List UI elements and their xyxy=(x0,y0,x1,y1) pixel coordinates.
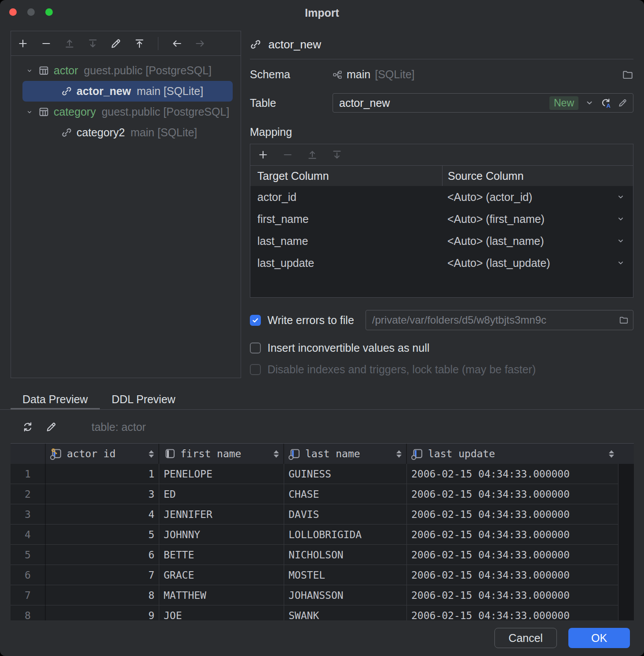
remove-icon[interactable] xyxy=(282,149,293,160)
cell-actor-id[interactable]: 7 xyxy=(46,565,159,585)
cell-actor-id[interactable]: 9 xyxy=(46,605,159,620)
error-file-path-input[interactable]: /private/var/folders/d5/w8ytbjts3mn9c xyxy=(366,310,633,330)
cell-actor-id[interactable]: 1 xyxy=(46,464,159,484)
cell-first-name[interactable]: JOE xyxy=(159,605,284,620)
mapping-row[interactable]: actor_id <Auto> (actor_id) xyxy=(250,186,633,208)
edit-icon[interactable] xyxy=(618,98,628,108)
tree-item-actor[interactable]: actor guest.public [PostgreSQL] xyxy=(11,60,241,81)
tab-data-preview[interactable]: Data Preview xyxy=(11,390,100,410)
cell-actor-id[interactable]: 3 xyxy=(46,484,159,504)
table-row[interactable]: 5 6 BETTE NICHOLSON 2006-02-15 04:34:33.… xyxy=(11,545,634,565)
column-header-actor-id[interactable]: actor_id xyxy=(46,444,159,464)
move-up-icon[interactable] xyxy=(64,38,75,49)
schema-value[interactable]: main [SQLite] xyxy=(333,68,415,81)
cell-last-name[interactable]: DAVIS xyxy=(284,504,407,525)
cell-last-name[interactable]: JOHANSSON xyxy=(284,585,407,605)
sort-icon[interactable] xyxy=(274,450,279,458)
cancel-button[interactable]: Cancel xyxy=(494,628,557,648)
mapping-row[interactable]: last_name <Auto> (last_name) xyxy=(250,230,633,252)
sort-icon[interactable] xyxy=(396,450,402,458)
tab-ddl-preview[interactable]: DDL Preview xyxy=(100,390,187,410)
cell-last-update[interactable]: 2006-02-15 04:34:33.000000 xyxy=(407,525,618,545)
table-row[interactable]: 6 7 GRACE MOSTEL 2006-02-15 04:34:33.000… xyxy=(11,565,634,585)
row-number: 2 xyxy=(11,484,46,504)
cell-last-update[interactable]: 2006-02-15 04:34:33.000000 xyxy=(407,585,618,605)
cell-last-update[interactable]: 2006-02-15 04:34:33.000000 xyxy=(407,605,618,620)
write-errors-checkbox[interactable] xyxy=(250,315,261,326)
mapping-table: Target Column Source Column actor_id <Au… xyxy=(250,144,633,298)
table-row[interactable]: 4 5 JOHNNY LOLLOBRIGIDA 2006-02-15 04:34… xyxy=(11,525,634,545)
table-name-input[interactable]: actor_new New xyxy=(333,93,633,113)
tree-item-actor-new[interactable]: actor_new main [SQLite] xyxy=(22,81,233,102)
table-row[interactable]: 3 4 JENNIFER DAVIS 2006-02-15 04:34:33.0… xyxy=(11,504,634,525)
dialog-footer: Cancel OK xyxy=(0,620,644,656)
sort-icon[interactable] xyxy=(149,450,154,458)
forward-icon[interactable] xyxy=(194,38,206,49)
table-row[interactable]: 7 8 MATTHEW JOHANSSON 2006-02-15 04:34:3… xyxy=(11,585,634,605)
chevron-down-icon[interactable] xyxy=(616,259,625,267)
move-down-icon[interactable] xyxy=(331,149,343,160)
remove-icon[interactable] xyxy=(40,38,52,49)
cell-last-update[interactable]: 2006-02-15 04:34:33.000000 xyxy=(407,484,618,504)
ok-button[interactable]: OK xyxy=(568,628,630,648)
folder-icon[interactable] xyxy=(619,315,629,325)
export-icon[interactable] xyxy=(134,38,145,49)
cell-actor-id[interactable]: 4 xyxy=(46,504,159,525)
tree-item-category2[interactable]: category2 main [SQLite] xyxy=(11,122,241,143)
table-row[interactable]: 1 1 PENELOPE GUINESS 2006-02-15 04:34:33… xyxy=(11,464,634,484)
cell-actor-id[interactable]: 5 xyxy=(46,525,159,545)
chevron-down-icon[interactable] xyxy=(616,215,625,223)
folder-icon[interactable] xyxy=(622,69,633,80)
refresh-icon[interactable] xyxy=(22,421,33,433)
cell-first-name[interactable]: JOHNNY xyxy=(159,525,284,545)
add-icon[interactable] xyxy=(257,149,269,160)
chevron-down-icon[interactable] xyxy=(616,237,625,245)
chevron-down-icon[interactable] xyxy=(26,109,33,116)
table-row[interactable]: 8 9 JOE SWANK 2006-02-15 04:34:33.000000 xyxy=(11,605,634,620)
cell-last-update[interactable]: 2006-02-15 04:34:33.000000 xyxy=(407,545,618,565)
column-header-last-update[interactable]: last_update xyxy=(407,444,618,464)
cell-first-name[interactable]: BETTE xyxy=(159,545,284,565)
move-down-icon[interactable] xyxy=(87,38,99,49)
chevron-down-icon[interactable] xyxy=(616,193,625,201)
rename-case-icon[interactable] xyxy=(600,97,612,109)
mapping-row[interactable]: first_name <Auto> (first_name) xyxy=(250,208,633,230)
cell-first-name[interactable]: GRACE xyxy=(159,565,284,585)
key-icon xyxy=(51,448,58,455)
move-up-icon[interactable] xyxy=(307,149,318,160)
import-dialog: Import actor guest.public [PostgreSQL] a xyxy=(0,0,644,656)
cell-last-name[interactable]: LOLLOBRIGIDA xyxy=(284,525,407,545)
mapping-row[interactable]: last_update <Auto> (last_update) xyxy=(250,252,633,274)
cell-actor-id[interactable]: 8 xyxy=(46,585,159,605)
edit-icon[interactable] xyxy=(46,421,57,433)
cell-last-name[interactable]: SWANK xyxy=(284,605,407,620)
insert-null-label[interactable]: Insert inconvertible values as null xyxy=(267,342,429,354)
cell-first-name[interactable]: PENELOPE xyxy=(159,464,284,484)
chevron-down-icon[interactable] xyxy=(585,98,594,108)
add-icon[interactable] xyxy=(17,38,29,49)
cell-first-name[interactable]: MATTHEW xyxy=(159,585,284,605)
cell-first-name[interactable]: ED xyxy=(159,484,284,504)
tree-item-category[interactable]: category guest.public [PostgreSQL] xyxy=(11,102,241,122)
cell-last-update[interactable]: 2006-02-15 04:34:33.000000 xyxy=(407,565,618,585)
column-header-last-name[interactable]: last_name xyxy=(284,444,407,464)
cell-last-update[interactable]: 2006-02-15 04:34:33.000000 xyxy=(407,504,618,525)
cell-first-name[interactable]: JENNIFER xyxy=(159,504,284,525)
sort-icon[interactable] xyxy=(609,450,614,458)
cell-last-update[interactable]: 2006-02-15 04:34:33.000000 xyxy=(407,464,618,484)
tree-item-location: guest.public [PostgreSQL] xyxy=(102,106,229,118)
table-row[interactable]: 2 3 ED CHASE 2006-02-15 04:34:33.000000 xyxy=(11,484,634,504)
insert-null-checkbox[interactable] xyxy=(250,343,261,354)
table-icon xyxy=(38,106,49,117)
column-header-first-name[interactable]: first_name xyxy=(159,444,284,464)
schema-dbms: [SQLite] xyxy=(375,68,414,81)
write-errors-label[interactable]: Write errors to file xyxy=(267,314,354,327)
cell-last-name[interactable]: NICHOLSON xyxy=(284,545,407,565)
back-icon[interactable] xyxy=(171,38,183,49)
cell-actor-id[interactable]: 6 xyxy=(46,545,159,565)
cell-last-name[interactable]: CHASE xyxy=(284,484,407,504)
cell-last-name[interactable]: MOSTEL xyxy=(284,565,407,585)
edit-icon[interactable] xyxy=(110,38,122,49)
cell-last-name[interactable]: GUINESS xyxy=(284,464,407,484)
chevron-down-icon[interactable] xyxy=(26,67,33,74)
